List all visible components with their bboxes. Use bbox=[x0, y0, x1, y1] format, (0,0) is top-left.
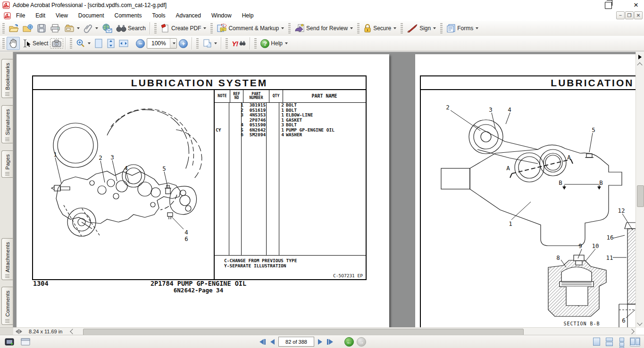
organizer-button[interactable] bbox=[62, 22, 82, 34]
pane-splitter-handle[interactable] bbox=[15, 329, 23, 334]
reading-mode-icon[interactable] bbox=[21, 338, 30, 346]
single-page-layout-button[interactable] bbox=[592, 338, 601, 346]
fullscreen-mode-icon[interactable] bbox=[5, 338, 14, 346]
send-for-review-button[interactable]: Send for Review bbox=[293, 22, 355, 34]
tab-grip bbox=[5, 172, 9, 175]
email-button[interactable] bbox=[100, 22, 114, 34]
doc-close-icon[interactable]: ✕ bbox=[634, 11, 643, 19]
previous-page-button[interactable] bbox=[269, 338, 276, 346]
create-pdf-button[interactable]: Create PDF bbox=[159, 22, 208, 34]
search-button[interactable]: Search bbox=[114, 23, 148, 34]
window-restore-icon[interactable] bbox=[605, 2, 612, 9]
window-close-icon[interactable]: × bbox=[634, 0, 638, 10]
sidebar-tab[interactable]: Attachments bbox=[1, 238, 13, 280]
zoom-dropdown-button[interactable] bbox=[170, 39, 176, 48]
previous-view-button[interactable]: ← bbox=[344, 337, 354, 347]
toolbar-grip[interactable] bbox=[401, 23, 403, 33]
horizontal-scrollbar[interactable]: 8.24 x 11.69 in bbox=[13, 327, 636, 335]
attach-button[interactable] bbox=[82, 22, 100, 34]
toolbar-grip[interactable] bbox=[254, 38, 257, 49]
vertical-scroll-thumb[interactable] bbox=[637, 185, 644, 207]
page-display-button[interactable] bbox=[201, 37, 219, 50]
callout-number: A bbox=[567, 154, 571, 161]
figure-subtitle: 6N2642-Page 34 bbox=[32, 287, 365, 294]
left-diagram-callouts: 1234546 bbox=[35, 96, 215, 265]
menu-item[interactable]: Tools bbox=[147, 11, 171, 20]
toolbar-grip[interactable] bbox=[440, 23, 443, 33]
menu-item[interactable]: Advanced bbox=[171, 11, 206, 20]
toolbar-grip[interactable] bbox=[288, 23, 291, 33]
sidebar-tab[interactable]: Bookmarks bbox=[1, 59, 13, 98]
menu-item[interactable]: Edit bbox=[30, 11, 50, 20]
comment-markup-button[interactable]: Comment & Markup bbox=[215, 22, 286, 34]
menu-item[interactable]: File bbox=[11, 11, 30, 20]
toolbar-grip[interactable] bbox=[226, 38, 228, 49]
two-up-layout-button[interactable] bbox=[617, 338, 627, 346]
cell-qty: 4 bbox=[271, 133, 285, 138]
zoom-out-button[interactable]: − bbox=[134, 38, 147, 50]
toolbar-separator bbox=[192, 37, 192, 50]
scroll-left-button[interactable] bbox=[69, 328, 76, 335]
secure-button[interactable]: Secure bbox=[361, 22, 398, 34]
acrobat-doc-icon bbox=[4, 12, 11, 19]
fit-height-button[interactable] bbox=[105, 37, 117, 50]
dropdown-arrow-icon bbox=[95, 27, 98, 29]
scroll-up-icon[interactable] bbox=[637, 62, 642, 67]
horizontal-scroll-thumb[interactable] bbox=[83, 329, 524, 335]
menu-item[interactable]: View bbox=[50, 11, 73, 20]
doc-restore-icon[interactable]: ❐ bbox=[625, 11, 634, 19]
zoom-in-button[interactable]: + bbox=[177, 38, 190, 50]
zoom-tool-button[interactable] bbox=[74, 37, 92, 50]
sign-button[interactable]: Sign bbox=[405, 22, 438, 34]
print-button[interactable] bbox=[48, 22, 62, 34]
left-page-header: LUBRICATION SYSTEM bbox=[33, 76, 366, 90]
select-tool-button[interactable]: Select bbox=[20, 37, 50, 50]
toolbar-grip[interactable] bbox=[357, 23, 360, 33]
toolbar-grip[interactable] bbox=[2, 23, 5, 33]
fit-width-button[interactable] bbox=[117, 38, 130, 49]
page-number-input[interactable] bbox=[278, 337, 314, 347]
last-page-button[interactable] bbox=[326, 338, 334, 346]
sidebar-tab[interactable]: Signatures bbox=[1, 105, 13, 143]
hand-tool-button[interactable] bbox=[7, 37, 20, 50]
toolbar-grip[interactable] bbox=[2, 38, 5, 49]
two-up-continuous-layout-button[interactable] bbox=[630, 337, 640, 347]
toolbar-grip[interactable] bbox=[210, 23, 213, 33]
snapshot-tool-button[interactable] bbox=[50, 38, 63, 49]
toolbar-grip[interactable] bbox=[70, 38, 72, 49]
page-layout-buttons bbox=[592, 337, 640, 347]
menu-item[interactable]: Document bbox=[73, 11, 109, 20]
scroll-down-icon[interactable] bbox=[637, 320, 642, 325]
open-web-button[interactable] bbox=[21, 22, 35, 34]
scroll-right-button[interactable] bbox=[628, 328, 636, 335]
save-button[interactable] bbox=[35, 22, 48, 34]
menu-item[interactable]: Comments bbox=[109, 11, 147, 20]
first-page-button[interactable] bbox=[259, 338, 267, 346]
menu-item[interactable]: Window bbox=[206, 11, 237, 20]
forms-button[interactable]: Forms bbox=[444, 22, 480, 34]
dropdown-arrow-icon bbox=[281, 27, 284, 29]
open-folder-icon bbox=[8, 24, 19, 33]
open-button[interactable] bbox=[7, 22, 21, 34]
continuous-layout-button[interactable] bbox=[604, 338, 614, 346]
organizer-drawer-icon bbox=[64, 24, 75, 33]
vertical-scrollbar[interactable] bbox=[636, 52, 644, 328]
document-viewport[interactable]: LUBRICATION SYSTEM NOTE REF NO PART NUMB… bbox=[13, 52, 636, 328]
toolbar-grip[interactable] bbox=[154, 23, 157, 33]
doc-minimize-icon[interactable]: – bbox=[616, 11, 625, 19]
dropdown-arrow-icon bbox=[350, 27, 353, 29]
yahoo-search-button[interactable]: Y! bbox=[230, 38, 248, 49]
toolbar-expand-button[interactable] bbox=[636, 53, 644, 60]
fit-page-button[interactable] bbox=[92, 37, 105, 50]
yahoo-binoculars-icon bbox=[239, 41, 246, 46]
zoom-level-input[interactable] bbox=[147, 39, 170, 48]
next-page-button[interactable] bbox=[317, 338, 323, 346]
next-view-button[interactable]: → bbox=[357, 337, 366, 347]
sidebar-tab[interactable]: Pages bbox=[1, 150, 13, 178]
help-button[interactable]: ? Help bbox=[259, 38, 290, 50]
create-pdf-icon bbox=[160, 24, 170, 33]
menu-item[interactable]: Help bbox=[237, 11, 259, 20]
sidebar-tab[interactable]: Comments bbox=[1, 287, 13, 325]
cell-qty: 1 bbox=[271, 118, 285, 123]
toolbar-grip[interactable] bbox=[196, 38, 199, 49]
